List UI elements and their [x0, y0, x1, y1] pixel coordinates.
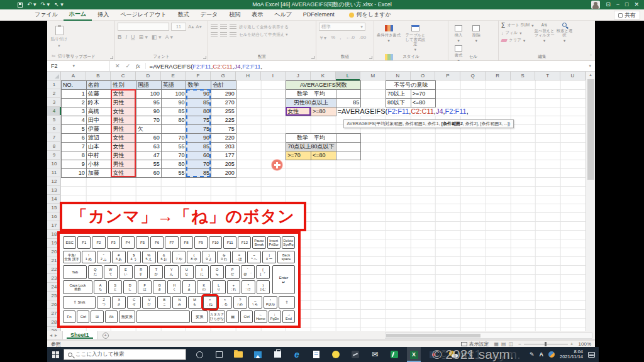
cell[interactable]: 220	[211, 134, 236, 143]
redo-icon[interactable]: ↷ ▾	[41, 2, 50, 8]
cell[interactable]: <=80	[311, 151, 336, 160]
cell[interactable]: 55	[136, 160, 162, 169]
cell[interactable]: 85	[336, 99, 362, 107]
row-header-7[interactable]: 7	[47, 133, 61, 142]
cell[interactable]: 10	[62, 169, 87, 178]
tray-pen-icon[interactable]: ✎	[530, 351, 535, 358]
increase-decimal-icon[interactable]: ←.0	[345, 35, 355, 41]
dialog-launcher[interactable]	[203, 56, 206, 59]
tab-help[interactable]: ヘルプ	[269, 9, 297, 20]
cell[interactable]: 数学 平均	[286, 90, 336, 99]
cell[interactable]: 70	[136, 116, 162, 125]
row-header-10[interactable]: 10	[47, 160, 61, 168]
task-view-icon[interactable]	[212, 347, 226, 362]
column-header-F[interactable]: F	[186, 72, 211, 80]
sort-filter-button[interactable]: A⇅並べ替えとフィルター▾	[534, 23, 555, 43]
cell[interactable]: 名前	[87, 81, 112, 90]
cell[interactable]: 3	[62, 107, 87, 116]
sticky-notes-icon[interactable]	[329, 347, 343, 362]
cell[interactable]: >=80	[311, 107, 336, 116]
tab-insert[interactable]: 挿入	[92, 9, 114, 20]
row-header-8[interactable]: 8	[47, 142, 61, 151]
shrink-font-icon[interactable]: A▾	[196, 24, 201, 30]
merge-center-button[interactable]: セルを結合して中央揃え ▾	[239, 32, 288, 38]
find-select-button[interactable]: 検索と選択▾	[555, 23, 574, 43]
page-break-view-icon[interactable]: ◫	[509, 341, 514, 347]
photos-icon[interactable]	[251, 347, 265, 362]
cell[interactable]: 8	[62, 151, 87, 160]
cell[interactable]: 高橋	[87, 107, 112, 116]
column-header-T[interactable]: T	[535, 72, 560, 80]
cell[interactable]: 90	[162, 99, 187, 107]
cell[interactable]: 63	[136, 143, 162, 151]
decrease-decimal-icon[interactable]: .00	[359, 35, 366, 41]
taskbar-clock[interactable]: 8:04 2021/11/14	[560, 349, 583, 360]
underline-button[interactable]: U	[131, 34, 135, 40]
row-header-2[interactable]: 2	[47, 89, 61, 98]
column-header-C[interactable]: C	[111, 72, 136, 80]
horizontal-scrollbar-thumb[interactable]	[386, 334, 480, 337]
column-header-G[interactable]: G	[211, 72, 236, 80]
tab-home[interactable]: ホーム	[64, 9, 92, 21]
dialog-launcher[interactable]	[369, 56, 372, 59]
horizontal-scrollbar[interactable]	[385, 332, 592, 339]
dialog-launcher[interactable]	[311, 56, 314, 59]
cell[interactable]: 90	[136, 107, 162, 116]
tray-app-icon[interactable]	[548, 351, 555, 358]
tab-review[interactable]: 校閲	[223, 9, 246, 20]
percent-icon[interactable]: %	[331, 35, 335, 41]
confirm-entry-icon[interactable]: ✓	[126, 63, 131, 69]
column-header-P[interactable]: P	[436, 72, 461, 80]
column-header-O[interactable]: O	[411, 72, 436, 80]
cell[interactable]: 203	[211, 143, 236, 151]
touch-mode-icon[interactable]: ↖ ▾	[54, 2, 64, 8]
row-header-17[interactable]: 17	[47, 221, 61, 230]
minimize-icon[interactable]: −	[616, 0, 619, 9]
cell[interactable]: 270	[211, 99, 236, 107]
cell[interactable]: 数学 平均	[286, 134, 336, 143]
cell[interactable]: 6	[62, 134, 87, 143]
cell[interactable]: 5	[62, 125, 87, 134]
cell[interactable]: 225	[211, 116, 236, 125]
file-explorer-icon[interactable]	[231, 347, 245, 362]
row-header-5[interactable]: 5	[47, 116, 61, 124]
tab-formulas[interactable]: 数式	[172, 9, 195, 20]
tab-data[interactable]: データ	[195, 9, 223, 20]
column-header-N[interactable]: N	[386, 72, 411, 80]
cell[interactable]: 合計	[211, 81, 236, 90]
store-icon[interactable]	[270, 347, 284, 362]
column-header-Q[interactable]: Q	[460, 72, 486, 80]
document-app-icon[interactable]	[309, 347, 323, 362]
wrap-text-button[interactable]: 折り返して全体を表示する	[239, 25, 289, 30]
align-right-icon[interactable]	[230, 32, 236, 38]
cell[interactable]: NO.	[62, 81, 87, 90]
font-name-select[interactable]	[118, 23, 169, 31]
align-left-icon[interactable]	[211, 32, 218, 38]
cell[interactable]: 中村	[87, 151, 112, 160]
cell[interactable]: 60	[136, 134, 162, 143]
name-box[interactable]: F2 ▾	[47, 61, 110, 71]
notification-center-icon[interactable]	[588, 352, 595, 358]
mail-icon[interactable]: ✉	[368, 347, 382, 362]
avatar[interactable]	[591, 1, 600, 9]
row-header-3[interactable]: 3	[47, 98, 61, 107]
excel-icon[interactable]: X	[407, 347, 421, 362]
cell[interactable]: 95	[136, 99, 162, 107]
column-header-J[interactable]: J	[286, 72, 311, 80]
save-icon[interactable]	[18, 3, 23, 8]
accounting-format-icon[interactable]: ￥▾	[319, 35, 326, 41]
row-header-6[interactable]: 6	[47, 124, 61, 133]
cell[interactable]: 2	[62, 99, 87, 107]
row-header-12[interactable]: 12	[47, 177, 61, 186]
formula-bar-input[interactable]: =AVERAGEIFS(F2:F11,C2:C11,J4,F2:F11,	[146, 63, 263, 70]
cell[interactable]: 200	[211, 169, 236, 178]
formula-editing-text[interactable]: =AVERAGEIFS(F2:F11,C2:C11,J4,F2:F11,	[336, 107, 469, 116]
row-header-1[interactable]: 1	[47, 80, 61, 89]
cell[interactable]: 75	[211, 125, 236, 134]
cell[interactable]: 9	[62, 160, 87, 169]
undo-icon[interactable]: ↶ ▾	[27, 2, 36, 8]
zoom-level[interactable]: 100%	[579, 341, 591, 347]
taskbar-weather[interactable]: 11℃	[449, 351, 473, 358]
delete-cells-button[interactable]: 削除▾	[469, 25, 484, 43]
cell[interactable]: 100	[162, 90, 187, 99]
